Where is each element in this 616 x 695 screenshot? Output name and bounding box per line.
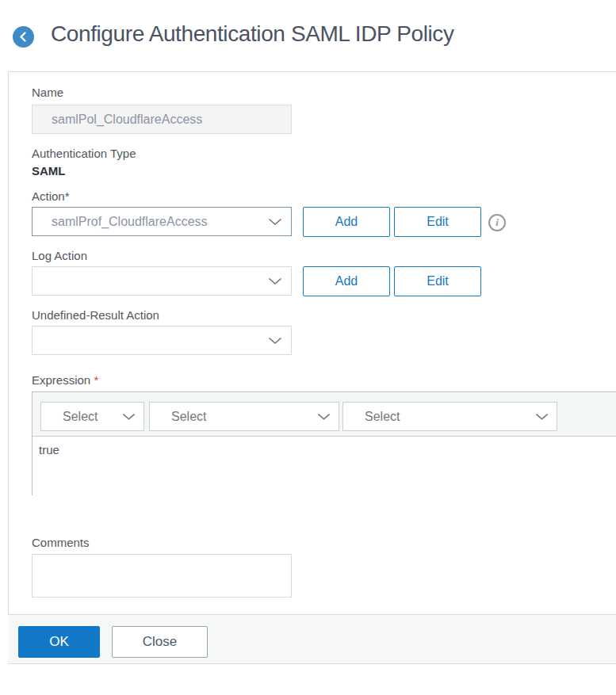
action-select-value: samlProf_CloudflareAccess: [52, 215, 208, 229]
chevron-down-icon: [268, 218, 282, 226]
chevron-down-icon: [317, 413, 331, 421]
expression-input[interactable]: true: [33, 437, 616, 495]
expression-select-3[interactable]: Select: [342, 402, 557, 431]
auth-type-label: Authentication Type: [32, 147, 136, 160]
expression-label: Expression *: [32, 373, 98, 387]
expression-select-1[interactable]: Select: [40, 402, 144, 431]
log-action-label: Log Action: [32, 249, 87, 262]
log-action-edit-button[interactable]: Edit: [394, 266, 481, 296]
expression-builder: Select Select Select true: [32, 391, 616, 495]
back-button[interactable]: [13, 26, 34, 48]
name-label: Name: [32, 86, 63, 99]
action-label: Action*: [32, 189, 70, 203]
auth-type-value: SAML: [32, 164, 66, 178]
action-add-button[interactable]: Add: [303, 207, 390, 237]
expression-select-1-placeholder: Select: [63, 410, 98, 424]
expression-select-2[interactable]: Select: [149, 402, 339, 431]
info-icon[interactable]: i: [488, 214, 506, 231]
chevron-down-icon: [535, 413, 549, 421]
arrow-left-icon: [17, 31, 29, 43]
expression-select-3-placeholder: Select: [365, 410, 400, 424]
close-button[interactable]: Close: [112, 626, 208, 658]
undefined-result-action-select[interactable]: [32, 326, 292, 355]
chevron-down-icon: [268, 277, 282, 285]
expression-select-2-placeholder: Select: [171, 410, 206, 424]
footer-bar: OK Close: [8, 614, 616, 664]
name-input: [32, 105, 292, 134]
log-action-add-button[interactable]: Add: [303, 266, 390, 296]
comments-input[interactable]: [32, 554, 292, 598]
comments-label: Comments: [32, 536, 90, 549]
expression-toolbar: Select Select Select: [33, 392, 616, 437]
action-select[interactable]: samlProf_CloudflareAccess: [32, 207, 292, 236]
chevron-down-icon: [268, 337, 282, 345]
page-title: Configure Authentication SAML IDP Policy: [51, 21, 454, 47]
log-action-select[interactable]: [32, 266, 292, 296]
undefined-result-action-label: Undefined-Result Action: [32, 308, 159, 322]
chevron-down-icon: [122, 413, 136, 421]
required-asterisk: *: [94, 373, 98, 387]
ok-button[interactable]: OK: [18, 626, 100, 658]
action-edit-button[interactable]: Edit: [394, 207, 481, 237]
